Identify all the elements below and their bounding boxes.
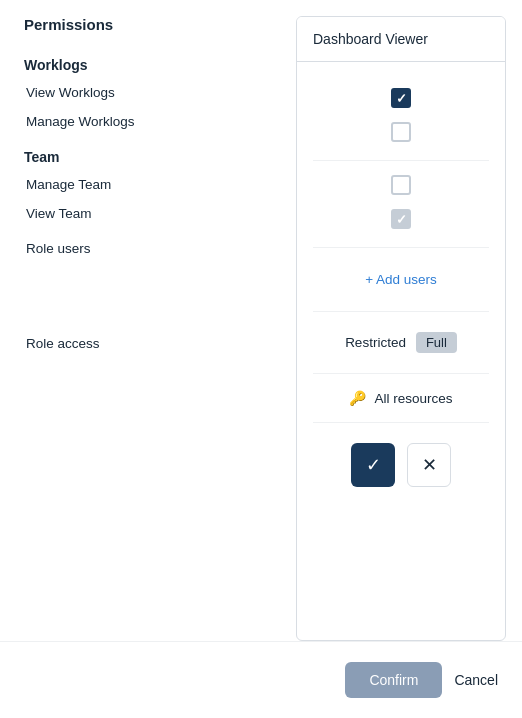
left-panel: Permissions Worklogs View Worklogs Manag… bbox=[16, 16, 296, 641]
manage-team-label: Manage Team bbox=[24, 177, 296, 192]
view-team-checkbox: ✓ bbox=[391, 209, 411, 229]
right-panel: Dashboard Viewer ✓ ✓ bbox=[296, 16, 506, 641]
view-worklogs-checkbox[interactable]: ✓ bbox=[391, 88, 411, 108]
inline-cancel-icon: ✕ bbox=[422, 454, 437, 476]
view-worklogs-check-icon: ✓ bbox=[396, 91, 407, 106]
team-label: Team bbox=[24, 149, 296, 165]
view-team-check-icon: ✓ bbox=[396, 212, 407, 227]
key-icon: 🔑 bbox=[349, 390, 366, 406]
inline-confirm-button[interactable]: ✓ bbox=[351, 443, 395, 487]
inline-cancel-button[interactable]: ✕ bbox=[407, 443, 451, 487]
restricted-label: Restricted bbox=[345, 335, 406, 350]
all-resources-section: 🔑 All resources bbox=[313, 374, 489, 423]
all-resources-text: All resources bbox=[374, 391, 452, 406]
manage-team-checkbox[interactable] bbox=[391, 175, 411, 195]
full-badge[interactable]: Full bbox=[416, 332, 457, 353]
team-section: Team Manage Team View Team bbox=[24, 149, 296, 221]
confirm-button[interactable]: Confirm bbox=[345, 662, 442, 698]
permissions-title: Permissions bbox=[24, 16, 296, 33]
inline-confirm-icon: ✓ bbox=[366, 454, 381, 476]
role-users-label: Role users bbox=[24, 241, 296, 256]
action-buttons-section: ✓ ✕ bbox=[313, 423, 489, 507]
bottom-bar: Confirm Cancel bbox=[0, 641, 522, 718]
role-access-section: Restricted Full bbox=[313, 312, 489, 374]
manage-worklogs-checkbox[interactable] bbox=[391, 122, 411, 142]
add-users-section: + Add users bbox=[313, 248, 489, 312]
worklogs-section: Worklogs View Worklogs Manage Worklogs bbox=[24, 57, 296, 129]
worklogs-label: Worklogs bbox=[24, 57, 296, 73]
right-content: ✓ ✓ + Add users Restricted bbox=[297, 62, 505, 519]
view-worklogs-label: View Worklogs bbox=[24, 85, 296, 100]
main-content: Permissions Worklogs View Worklogs Manag… bbox=[0, 16, 522, 641]
manage-worklogs-label: Manage Worklogs bbox=[24, 114, 296, 129]
team-checkboxes: ✓ bbox=[313, 161, 489, 248]
view-team-label: View Team bbox=[24, 206, 296, 221]
worklogs-checkboxes: ✓ bbox=[313, 74, 489, 161]
role-access-label: Role access bbox=[24, 336, 296, 351]
role-name-header: Dashboard Viewer bbox=[297, 17, 505, 62]
page-container: Permissions Worklogs View Worklogs Manag… bbox=[0, 0, 522, 718]
cancel-button[interactable]: Cancel bbox=[454, 672, 498, 688]
add-users-link[interactable]: + Add users bbox=[365, 272, 437, 287]
